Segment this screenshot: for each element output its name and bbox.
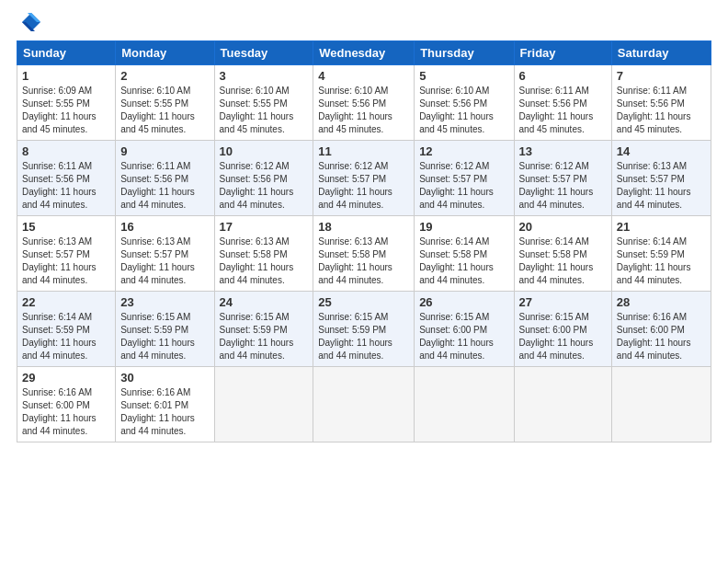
calendar-cell: 19Sunrise: 6:14 AMSunset: 5:58 PMDayligh… [415, 216, 514, 292]
day-number: 19 [419, 220, 508, 234]
day-number: 9 [120, 144, 209, 158]
calendar-cell [514, 367, 611, 442]
header [17, 9, 711, 35]
calendar-cell: 18Sunrise: 6:13 AMSunset: 5:58 PMDayligh… [313, 216, 415, 292]
day-number: 27 [519, 295, 607, 309]
col-header-saturday: Saturday [611, 41, 711, 65]
day-info: Sunrise: 6:14 AMSunset: 5:58 PMDaylight:… [419, 236, 508, 287]
calendar-cell: 24Sunrise: 6:15 AMSunset: 5:59 PMDayligh… [214, 292, 313, 367]
day-info: Sunrise: 6:13 AMSunset: 5:57 PMDaylight:… [22, 236, 110, 287]
calendar-cell: 30Sunrise: 6:16 AMSunset: 6:01 PMDayligh… [116, 367, 214, 442]
day-info: Sunrise: 6:11 AMSunset: 5:56 PMDaylight:… [120, 160, 209, 212]
calendar-cell [214, 367, 313, 442]
day-number: 29 [22, 371, 110, 385]
calendar-cell: 14Sunrise: 6:13 AMSunset: 5:57 PMDayligh… [611, 141, 711, 216]
calendar-cell [313, 367, 415, 442]
day-number: 17 [220, 220, 309, 234]
day-info: Sunrise: 6:16 AMSunset: 6:01 PMDaylight:… [120, 386, 209, 438]
day-info: Sunrise: 6:10 AMSunset: 5:56 PMDaylight:… [419, 85, 508, 136]
week-row-1: 1Sunrise: 6:09 AMSunset: 5:55 PMDaylight… [17, 65, 711, 141]
calendar-cell: 23Sunrise: 6:15 AMSunset: 5:59 PMDayligh… [116, 292, 214, 367]
day-number: 11 [318, 144, 409, 158]
calendar-cell: 12Sunrise: 6:12 AMSunset: 5:57 PMDayligh… [415, 141, 514, 216]
day-number: 25 [318, 295, 409, 309]
day-number: 21 [617, 220, 706, 234]
logo-icon [17, 9, 42, 35]
calendar-cell: 13Sunrise: 6:12 AMSunset: 5:57 PMDayligh… [514, 141, 611, 216]
day-number: 13 [519, 144, 607, 158]
day-info: Sunrise: 6:15 AMSunset: 6:00 PMDaylight:… [519, 311, 607, 362]
day-number: 14 [617, 144, 706, 158]
day-info: Sunrise: 6:10 AMSunset: 5:55 PMDaylight:… [120, 85, 209, 136]
col-header-thursday: Thursday [415, 41, 514, 65]
day-number: 7 [617, 69, 706, 83]
calendar-cell: 27Sunrise: 6:15 AMSunset: 6:00 PMDayligh… [514, 292, 611, 367]
day-info: Sunrise: 6:11 AMSunset: 5:56 PMDaylight:… [519, 85, 607, 136]
day-number: 10 [220, 144, 309, 158]
day-info: Sunrise: 6:16 AMSunset: 6:00 PMDaylight:… [22, 386, 110, 438]
day-number: 22 [22, 295, 110, 309]
day-number: 24 [220, 295, 309, 309]
week-row-4: 22Sunrise: 6:14 AMSunset: 5:59 PMDayligh… [17, 292, 711, 367]
calendar-cell: 26Sunrise: 6:15 AMSunset: 6:00 PMDayligh… [415, 292, 514, 367]
calendar-cell: 22Sunrise: 6:14 AMSunset: 5:59 PMDayligh… [17, 292, 116, 367]
col-header-monday: Monday [116, 41, 214, 65]
week-row-2: 8Sunrise: 6:11 AMSunset: 5:56 PMDaylight… [17, 141, 711, 216]
day-number: 2 [120, 69, 209, 83]
day-number: 23 [120, 295, 209, 309]
day-info: Sunrise: 6:16 AMSunset: 6:00 PMDaylight:… [617, 311, 706, 362]
day-info: Sunrise: 6:15 AMSunset: 6:00 PMDaylight:… [419, 311, 508, 362]
day-info: Sunrise: 6:13 AMSunset: 5:58 PMDaylight:… [318, 236, 409, 287]
calendar-cell: 3Sunrise: 6:10 AMSunset: 5:55 PMDaylight… [214, 65, 313, 141]
day-info: Sunrise: 6:12 AMSunset: 5:57 PMDaylight:… [519, 160, 607, 212]
calendar-cell: 11Sunrise: 6:12 AMSunset: 5:57 PMDayligh… [313, 141, 415, 216]
day-number: 4 [318, 69, 409, 83]
day-number: 6 [519, 69, 607, 83]
calendar-cell: 25Sunrise: 6:15 AMSunset: 5:59 PMDayligh… [313, 292, 415, 367]
header-row: SundayMondayTuesdayWednesdayThursdayFrid… [17, 41, 711, 65]
day-info: Sunrise: 6:11 AMSunset: 5:56 PMDaylight:… [22, 160, 110, 212]
day-info: Sunrise: 6:14 AMSunset: 5:58 PMDaylight:… [519, 236, 607, 287]
calendar-cell: 6Sunrise: 6:11 AMSunset: 5:56 PMDaylight… [514, 65, 611, 141]
calendar-cell [415, 367, 514, 442]
day-info: Sunrise: 6:13 AMSunset: 5:58 PMDaylight:… [220, 236, 309, 287]
day-info: Sunrise: 6:11 AMSunset: 5:56 PMDaylight:… [617, 85, 706, 136]
calendar-cell: 9Sunrise: 6:11 AMSunset: 5:56 PMDaylight… [116, 141, 214, 216]
day-number: 18 [318, 220, 409, 234]
col-header-tuesday: Tuesday [214, 41, 313, 65]
day-number: 12 [419, 144, 508, 158]
day-number: 26 [419, 295, 508, 309]
calendar-cell: 4Sunrise: 6:10 AMSunset: 5:56 PMDaylight… [313, 65, 415, 141]
day-info: Sunrise: 6:15 AMSunset: 5:59 PMDaylight:… [318, 311, 409, 362]
week-row-5: 29Sunrise: 6:16 AMSunset: 6:00 PMDayligh… [17, 367, 711, 442]
calendar-cell: 8Sunrise: 6:11 AMSunset: 5:56 PMDaylight… [17, 141, 116, 216]
calendar-cell [611, 367, 711, 442]
col-header-sunday: Sunday [17, 41, 116, 65]
calendar-cell: 1Sunrise: 6:09 AMSunset: 5:55 PMDaylight… [17, 65, 116, 141]
day-number: 15 [22, 220, 110, 234]
page: SundayMondayTuesdayWednesdayThursdayFrid… [0, 0, 728, 563]
day-info: Sunrise: 6:15 AMSunset: 5:59 PMDaylight:… [120, 311, 209, 362]
day-number: 28 [617, 295, 706, 309]
calendar-cell: 21Sunrise: 6:14 AMSunset: 5:59 PMDayligh… [611, 216, 711, 292]
day-info: Sunrise: 6:13 AMSunset: 5:57 PMDaylight:… [617, 160, 706, 212]
day-info: Sunrise: 6:09 AMSunset: 5:55 PMDaylight:… [22, 85, 110, 136]
calendar-cell: 29Sunrise: 6:16 AMSunset: 6:00 PMDayligh… [17, 367, 116, 442]
day-info: Sunrise: 6:15 AMSunset: 5:59 PMDaylight:… [220, 311, 309, 362]
day-number: 3 [220, 69, 309, 83]
calendar-cell: 2Sunrise: 6:10 AMSunset: 5:55 PMDaylight… [116, 65, 214, 141]
col-header-wednesday: Wednesday [313, 41, 415, 65]
week-row-3: 15Sunrise: 6:13 AMSunset: 5:57 PMDayligh… [17, 216, 711, 292]
calendar-cell: 7Sunrise: 6:11 AMSunset: 5:56 PMDaylight… [611, 65, 711, 141]
day-info: Sunrise: 6:10 AMSunset: 5:55 PMDaylight:… [220, 85, 309, 136]
calendar-cell: 17Sunrise: 6:13 AMSunset: 5:58 PMDayligh… [214, 216, 313, 292]
day-info: Sunrise: 6:13 AMSunset: 5:57 PMDaylight:… [120, 236, 209, 287]
day-number: 8 [22, 144, 110, 158]
logo-area [17, 9, 46, 35]
calendar-cell: 5Sunrise: 6:10 AMSunset: 5:56 PMDaylight… [415, 65, 514, 141]
col-header-friday: Friday [514, 41, 611, 65]
day-info: Sunrise: 6:14 AMSunset: 5:59 PMDaylight:… [617, 236, 706, 287]
calendar-cell: 20Sunrise: 6:14 AMSunset: 5:58 PMDayligh… [514, 216, 611, 292]
calendar-cell: 28Sunrise: 6:16 AMSunset: 6:00 PMDayligh… [611, 292, 711, 367]
day-info: Sunrise: 6:14 AMSunset: 5:59 PMDaylight:… [22, 311, 110, 362]
